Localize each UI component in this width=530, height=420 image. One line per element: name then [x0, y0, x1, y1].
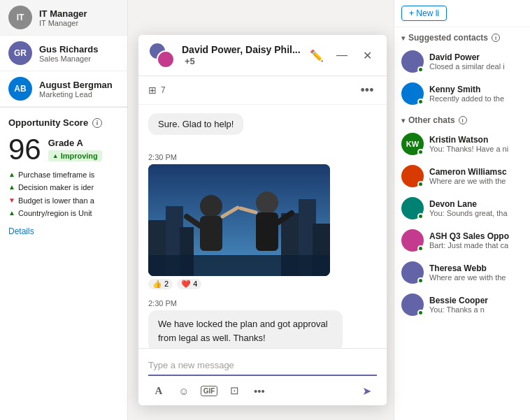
other-chats-label: Other chats — [408, 115, 455, 125]
minimize-button[interactable]: — — [332, 45, 352, 65]
close-button[interactable]: ✕ — [357, 45, 377, 65]
chat-body[interactable]: Sure. Glad to help! 2:30 PM — [138, 105, 387, 348]
svg-rect-12 — [256, 212, 278, 251]
gif-image — [148, 164, 330, 276]
avatar — [401, 229, 424, 252]
new-item-label: + New li — [409, 8, 439, 18]
contact-name: Kenny Smith — [429, 85, 523, 94]
status-dot — [417, 149, 424, 155]
svg-point-11 — [256, 191, 278, 214]
group-icon: ⊞ — [148, 85, 157, 96]
format-button[interactable]: A — [148, 380, 169, 401]
chat-ash-q3-sales[interactable]: ASH Q3 Sales Oppo Bart: Just made that c… — [394, 224, 530, 256]
grade-label: Grade A — [48, 138, 102, 148]
info-icon[interactable]: i — [459, 116, 467, 124]
send-button[interactable]: ➤ — [356, 380, 377, 401]
contact-sub: Bart: Just made that ca — [429, 241, 523, 249]
avatar-2 — [157, 50, 175, 68]
opportunity-bullets: ▲ Purchase timeframe is ▲ Decision maker… — [8, 170, 119, 218]
format-icon: A — [155, 385, 163, 397]
gif-reactions: 👍 2 ❤️ 4 — [148, 279, 377, 289]
chat-avatars — [148, 42, 175, 68]
bullet-item: ▲ Country/region is Unit — [8, 208, 119, 218]
contact-name: Devon Lane — [429, 199, 523, 209]
contact-sub: Where are we with the — [429, 177, 523, 185]
avatar — [401, 261, 424, 284]
bullet-item: ▲ Decision maker is ider — [8, 182, 119, 192]
contact-sub: Where are we with the — [429, 273, 523, 282]
improving-badge: Improving — [48, 150, 102, 161]
chat-cameron-williamsc[interactable]: Cameron Williamsc Where are we with the — [394, 160, 530, 192]
gif-svg — [148, 164, 330, 276]
more-toolbar-button[interactable]: ••• — [249, 380, 270, 401]
contact-name: David Power — [429, 52, 523, 62]
right-panel: + New li ▾ Suggested contacts i David Po… — [394, 0, 530, 420]
status-dot — [417, 277, 424, 284]
svg-rect-7 — [148, 255, 330, 276]
contact-name: Cameron Williamsc — [429, 167, 523, 177]
contact-august-bergman[interactable]: AB August Bergman Marketing Lead — [0, 71, 127, 107]
contact-name: August Bergman — [39, 80, 119, 90]
gif-button[interactable]: GIF — [199, 380, 220, 401]
contact-role: Marketing Lead — [39, 90, 119, 99]
suggested-contact-david-power[interactable]: David Power Closed a similar deal i — [394, 45, 530, 78]
contact-name: Bessie Cooper — [429, 296, 523, 305]
status-dot — [417, 310, 424, 316]
avatar: AB — [8, 77, 32, 101]
gif-icon: GIF — [201, 386, 218, 396]
bullet-text: Budget is lower than a — [18, 196, 94, 205]
message-input[interactable] — [148, 356, 377, 376]
bubble-text: Sure. Glad to help! — [148, 113, 243, 135]
emoji-icon: ☺ — [178, 385, 189, 397]
emoji-button[interactable]: ☺ — [173, 380, 194, 401]
chat-input-area: A ☺ GIF ⊡ ••• ➤ — [138, 348, 387, 405]
avatar — [401, 82, 424, 105]
suggested-contact-kenny-smith[interactable]: Kenny Smith Recently added to the — [394, 78, 530, 110]
avatar — [401, 197, 424, 219]
avatar — [401, 294, 424, 316]
chat-devon-lane[interactable]: Devon Lane You: Sounds great, tha — [394, 192, 530, 224]
svg-rect-9 — [200, 216, 222, 251]
contact-sub: You: Thanks! Have a ni — [429, 145, 523, 153]
chat-kristin-watson[interactable]: KW Kristin Watson You: Thanks! Have a ni — [394, 128, 530, 160]
score-number: 96 — [8, 135, 41, 164]
left-panel: IT IT Manager IT Manager GR Gus Richards… — [0, 0, 128, 420]
contact-it-manager[interactable]: IT IT Manager IT Manager — [0, 0, 127, 36]
chat-header: David Power, Daisy Phil... +5 ✏️ — ✕ — [138, 35, 387, 76]
contact-sub: Closed a similar deal i — [429, 62, 523, 71]
contact-role: IT Manager — [39, 19, 119, 27]
bullet-up-icon: ▲ — [8, 208, 15, 217]
details-link[interactable]: Details — [8, 226, 34, 236]
more-options-button[interactable]: ••• — [357, 80, 377, 100]
contact-role: Sales Manager — [39, 55, 119, 63]
avatar — [401, 50, 424, 73]
sticker-button[interactable]: ⊡ — [224, 380, 245, 401]
chat-subheader: ⊞ 7 ••• — [138, 76, 387, 105]
opportunity-score-label: Opportunity Score — [8, 117, 88, 128]
edit-button[interactable]: ✏️ — [307, 45, 327, 65]
bullet-item: ▼ Budget is lower than a — [8, 196, 119, 205]
other-chats-header: ▾ Other chats i — [394, 110, 530, 128]
status-dot — [417, 99, 424, 105]
info-icon[interactable]: i — [92, 118, 102, 128]
message-simple: Sure. Glad to help! — [148, 113, 377, 143]
contact-gus-richards[interactable]: GR Gus Richards Sales Manager — [0, 36, 127, 71]
svg-point-8 — [200, 195, 222, 217]
info-icon[interactable]: i — [492, 34, 500, 42]
bullet-text: Country/region is Unit — [18, 208, 92, 218]
avatar: IT — [8, 6, 32, 29]
contact-name: Gus Richards — [39, 44, 119, 55]
chat-popup: David Power, Daisy Phil... +5 ✏️ — ✕ ⊞ 7… — [138, 35, 387, 405]
suggested-contacts-header: ▾ Suggested contacts i — [394, 27, 530, 45]
chat-bessie-cooper[interactable]: Bessie Cooper You: Thanks a n — [394, 289, 530, 321]
contact-name: Kristin Watson — [429, 135, 523, 145]
more-icon: ••• — [254, 385, 265, 397]
bullet-item: ▲ Purchase timeframe is — [8, 170, 119, 180]
new-item-button[interactable]: + New li — [401, 6, 447, 21]
avatar: KW — [401, 133, 424, 155]
contact-sub: You: Sounds great, tha — [429, 209, 523, 217]
opportunity-section: Opportunity Score i 96 Grade A Improving… — [0, 107, 127, 242]
reaction-heart: ❤️ 4 — [177, 279, 201, 289]
chat-theresa-webb[interactable]: Theresa Webb Where are we with the — [394, 256, 530, 289]
message-text: 2:30 PM We have locked the plan and got … — [148, 299, 377, 348]
